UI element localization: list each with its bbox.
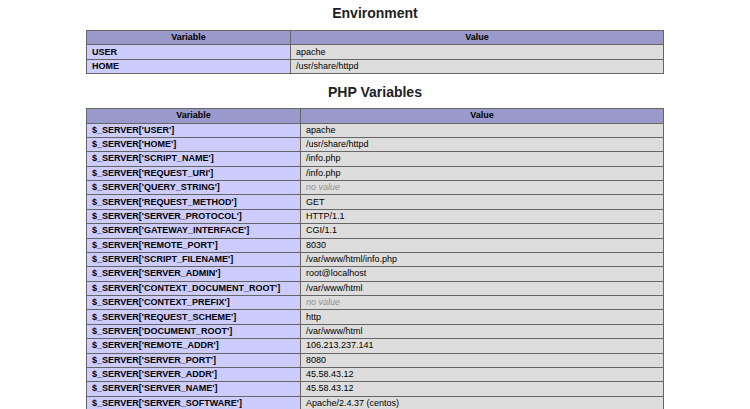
variable-cell: $_SERVER['REQUEST_METHOD'] bbox=[87, 195, 301, 209]
value-cell: /var/www/html/info.php bbox=[301, 252, 664, 266]
variable-cell: $_SERVER['SERVER_ADMIN'] bbox=[87, 267, 301, 281]
table-row: $_SERVER['SERVER_NAME']45.58.43.12 bbox=[87, 382, 664, 396]
no-value-text: no value bbox=[306, 297, 340, 307]
table-row: $_SERVER['SERVER_PROTOCOL']HTTP/1.1 bbox=[87, 209, 664, 223]
column-header-variable: Variable bbox=[87, 109, 301, 123]
table-row: $_SERVER['QUERY_STRING']no value bbox=[87, 181, 664, 195]
column-header-variable: Variable bbox=[87, 31, 291, 45]
variable-cell: $_SERVER['HOME'] bbox=[87, 137, 301, 151]
value-cell: /usr/share/httpd bbox=[291, 59, 664, 73]
table-row: $_SERVER['HOME']/usr/share/httpd bbox=[87, 137, 664, 151]
value-cell: /usr/share/httpd bbox=[301, 137, 664, 151]
variable-cell: $_SERVER['CONTEXT_PREFIX'] bbox=[87, 296, 301, 310]
variable-cell: USER bbox=[87, 45, 291, 59]
table-row: $_SERVER['REQUEST_METHOD']GET bbox=[87, 195, 664, 209]
value-cell: GET bbox=[301, 195, 664, 209]
variable-cell: $_SERVER['REQUEST_SCHEME'] bbox=[87, 310, 301, 324]
variable-cell: HOME bbox=[87, 59, 291, 73]
value-cell: /info.php bbox=[301, 166, 664, 180]
table-row: $_SERVER['SERVER_SOFTWARE']Apache/2.4.37… bbox=[87, 396, 664, 409]
column-header-value: Value bbox=[291, 31, 664, 45]
value-cell: HTTP/1.1 bbox=[301, 209, 664, 223]
header-row: VariableValue bbox=[87, 109, 664, 123]
table-row: $_SERVER['SCRIPT_NAME']/info.php bbox=[87, 152, 664, 166]
variable-cell: $_SERVER['SCRIPT_NAME'] bbox=[87, 152, 301, 166]
value-cell: apache bbox=[291, 45, 664, 59]
table-body: USERapacheHOME/usr/share/httpd bbox=[87, 45, 664, 74]
value-cell: /var/www/html bbox=[301, 281, 664, 295]
value-cell: apache bbox=[301, 123, 664, 137]
section-php-variables: PHP Variables VariableValue $_SERVER['US… bbox=[0, 84, 750, 409]
table-row: $_SERVER['SERVER_PORT']8080 bbox=[87, 353, 664, 367]
page: Environment VariableValue USERapacheHOME… bbox=[0, 5, 750, 409]
table-row: $_SERVER['SERVER_ADMIN']root@localhost bbox=[87, 267, 664, 281]
data-table: VariableValue $_SERVER['USER']apache$_SE… bbox=[86, 108, 664, 409]
column-header-value: Value bbox=[301, 109, 664, 123]
value-cell: http bbox=[301, 310, 664, 324]
table-row: HOME/usr/share/httpd bbox=[87, 59, 664, 73]
variable-cell: $_SERVER['USER'] bbox=[87, 123, 301, 137]
value-cell: root@localhost bbox=[301, 267, 664, 281]
value-cell: /var/www/html bbox=[301, 324, 664, 338]
table-row: $_SERVER['GATEWAY_INTERFACE']CGI/1.1 bbox=[87, 224, 664, 238]
table-row: USERapache bbox=[87, 45, 664, 59]
section-environment: Environment VariableValue USERapacheHOME… bbox=[0, 5, 750, 74]
header-row: VariableValue bbox=[87, 31, 664, 45]
table-row: $_SERVER['CONTEXT_PREFIX']no value bbox=[87, 296, 664, 310]
table-row: $_SERVER['REQUEST_URI']/info.php bbox=[87, 166, 664, 180]
table-row: $_SERVER['REQUEST_SCHEME']http bbox=[87, 310, 664, 324]
table-row: $_SERVER['DOCUMENT_ROOT']/var/www/html bbox=[87, 324, 664, 338]
value-cell: /info.php bbox=[301, 152, 664, 166]
table-row: $_SERVER['REMOTE_ADDR']106.213.237.141 bbox=[87, 339, 664, 353]
table-row: $_SERVER['CONTEXT_DOCUMENT_ROOT']/var/ww… bbox=[87, 281, 664, 295]
variable-cell: $_SERVER['REMOTE_PORT'] bbox=[87, 238, 301, 252]
value-cell: 106.213.237.141 bbox=[301, 339, 664, 353]
value-cell: no value bbox=[301, 296, 664, 310]
value-cell: 45.58.43.12 bbox=[301, 367, 664, 381]
value-cell: no value bbox=[301, 181, 664, 195]
variable-cell: $_SERVER['DOCUMENT_ROOT'] bbox=[87, 324, 301, 338]
data-table: VariableValue USERapacheHOME/usr/share/h… bbox=[86, 30, 664, 74]
variable-cell: $_SERVER['SERVER_SOFTWARE'] bbox=[87, 396, 301, 409]
value-cell: CGI/1.1 bbox=[301, 224, 664, 238]
no-value-text: no value bbox=[306, 182, 340, 192]
variable-cell: $_SERVER['GATEWAY_INTERFACE'] bbox=[87, 224, 301, 238]
variable-cell: $_SERVER['SERVER_PORT'] bbox=[87, 353, 301, 367]
variable-cell: $_SERVER['QUERY_STRING'] bbox=[87, 181, 301, 195]
table-row: $_SERVER['USER']apache bbox=[87, 123, 664, 137]
table-row: $_SERVER['REMOTE_PORT']8030 bbox=[87, 238, 664, 252]
value-cell: 45.58.43.12 bbox=[301, 382, 664, 396]
value-cell: 8080 bbox=[301, 353, 664, 367]
variable-cell: $_SERVER['SERVER_NAME'] bbox=[87, 382, 301, 396]
table-row: $_SERVER['SERVER_ADDR']45.58.43.12 bbox=[87, 367, 664, 381]
value-cell: 8030 bbox=[301, 238, 664, 252]
variable-cell: $_SERVER['CONTEXT_DOCUMENT_ROOT'] bbox=[87, 281, 301, 295]
section-title: Environment bbox=[0, 5, 750, 21]
variable-cell: $_SERVER['SERVER_ADDR'] bbox=[87, 367, 301, 381]
table-row: $_SERVER['SCRIPT_FILENAME']/var/www/html… bbox=[87, 252, 664, 266]
table-body: $_SERVER['USER']apache$_SERVER['HOME']/u… bbox=[87, 123, 664, 409]
variable-cell: $_SERVER['REQUEST_URI'] bbox=[87, 166, 301, 180]
variable-cell: $_SERVER['SCRIPT_FILENAME'] bbox=[87, 252, 301, 266]
variable-cell: $_SERVER['REMOTE_ADDR'] bbox=[87, 339, 301, 353]
section-title: PHP Variables bbox=[0, 84, 750, 100]
value-cell: Apache/2.4.37 (centos) bbox=[301, 396, 664, 409]
variable-cell: $_SERVER['SERVER_PROTOCOL'] bbox=[87, 209, 301, 223]
